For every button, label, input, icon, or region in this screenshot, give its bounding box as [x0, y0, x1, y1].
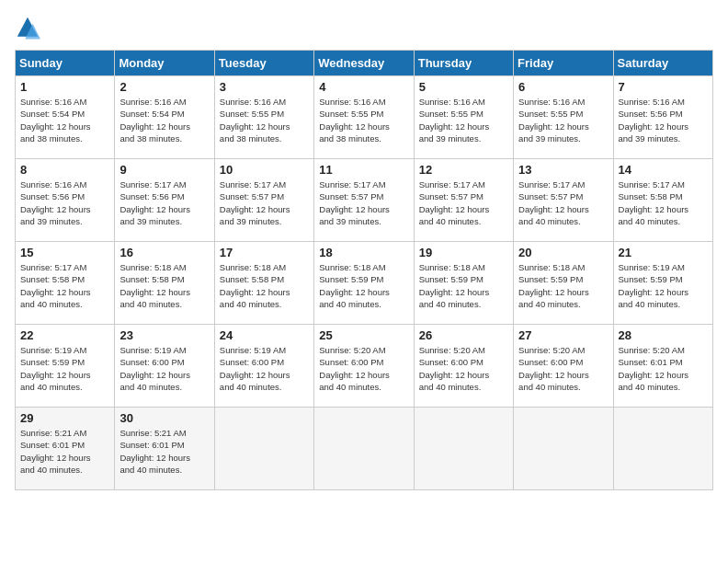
- day-info: Sunrise: 5:19 AMSunset: 6:00 PMDaylight:…: [119, 344, 209, 393]
- day-number: 20: [518, 246, 608, 259]
- day-info: Sunrise: 5:20 AMSunset: 6:00 PMDaylight:…: [518, 344, 608, 393]
- header-day: Wednesday: [314, 51, 414, 76]
- calendar-cell: 30 Sunrise: 5:21 AMSunset: 6:01 PMDaylig…: [115, 408, 214, 490]
- day-info: Sunrise: 5:19 AMSunset: 6:00 PMDaylight:…: [220, 344, 309, 393]
- day-info: Sunrise: 5:16 AMSunset: 5:56 PMDaylight:…: [619, 96, 708, 144]
- logo: [15, 15, 44, 40]
- day-number: 3: [220, 80, 309, 94]
- day-number: 19: [419, 246, 508, 259]
- calendar-cell: 16 Sunrise: 5:18 AMSunset: 5:58 PMDaylig…: [115, 242, 214, 325]
- day-info: Sunrise: 5:16 AMSunset: 5:56 PMDaylight:…: [20, 178, 109, 227]
- calendar-week: 15 Sunrise: 5:17 AMSunset: 5:58 PMDaylig…: [16, 242, 713, 325]
- day-number: 6: [518, 80, 608, 94]
- calendar-cell: 8 Sunrise: 5:16 AMSunset: 5:56 PMDayligh…: [16, 159, 115, 242]
- day-number: 16: [119, 246, 209, 259]
- header-day: Saturday: [613, 51, 712, 76]
- calendar-cell: 27 Sunrise: 5:20 AMSunset: 6:00 PMDaylig…: [514, 325, 613, 408]
- day-number: 30: [119, 411, 209, 425]
- calendar-week: 8 Sunrise: 5:16 AMSunset: 5:56 PMDayligh…: [16, 159, 713, 242]
- day-number: 11: [319, 163, 408, 177]
- calendar-cell: 26 Sunrise: 5:20 AMSunset: 6:00 PMDaylig…: [414, 325, 513, 408]
- calendar-cell: 15 Sunrise: 5:17 AMSunset: 5:58 PMDaylig…: [16, 242, 115, 325]
- day-info: Sunrise: 5:18 AMSunset: 5:58 PMDaylight:…: [119, 261, 209, 310]
- calendar-cell: 19 Sunrise: 5:18 AMSunset: 5:59 PMDaylig…: [414, 242, 513, 325]
- calendar-cell: 22 Sunrise: 5:19 AMSunset: 5:59 PMDaylig…: [16, 325, 115, 408]
- day-number: 24: [220, 328, 309, 342]
- day-number: 2: [119, 80, 209, 94]
- calendar-cell: 4 Sunrise: 5:16 AMSunset: 5:55 PMDayligh…: [314, 76, 414, 159]
- day-info: Sunrise: 5:19 AMSunset: 5:59 PMDaylight:…: [20, 344, 109, 393]
- day-number: 14: [619, 163, 708, 177]
- calendar-cell: 11 Sunrise: 5:17 AMSunset: 5:57 PMDaylig…: [314, 159, 414, 242]
- header-row: SundayMondayTuesdayWednesdayThursdayFrid…: [16, 51, 713, 76]
- calendar-cell: [414, 408, 513, 490]
- day-info: Sunrise: 5:17 AMSunset: 5:57 PMDaylight:…: [220, 178, 309, 227]
- page-header: [15, 15, 713, 40]
- calendar-cell: 12 Sunrise: 5:17 AMSunset: 5:57 PMDaylig…: [414, 159, 513, 242]
- day-info: Sunrise: 5:16 AMSunset: 5:54 PMDaylight:…: [20, 96, 109, 144]
- day-info: Sunrise: 5:16 AMSunset: 5:54 PMDaylight:…: [119, 96, 209, 144]
- calendar-cell: 2 Sunrise: 5:16 AMSunset: 5:54 PMDayligh…: [115, 76, 214, 159]
- calendar-cell: 18 Sunrise: 5:18 AMSunset: 5:59 PMDaylig…: [314, 242, 414, 325]
- day-number: 10: [220, 163, 309, 177]
- calendar-cell: 25 Sunrise: 5:20 AMSunset: 6:00 PMDaylig…: [314, 325, 414, 408]
- day-number: 21: [619, 246, 708, 259]
- day-number: 9: [119, 163, 209, 177]
- calendar-week: 22 Sunrise: 5:19 AMSunset: 5:59 PMDaylig…: [16, 325, 713, 408]
- calendar-cell: 7 Sunrise: 5:16 AMSunset: 5:56 PMDayligh…: [613, 76, 712, 159]
- day-info: Sunrise: 5:17 AMSunset: 5:57 PMDaylight:…: [319, 178, 408, 227]
- header-day: Tuesday: [214, 51, 313, 76]
- calendar-cell: 29 Sunrise: 5:21 AMSunset: 6:01 PMDaylig…: [16, 408, 115, 490]
- header-day: Thursday: [414, 51, 513, 76]
- day-info: Sunrise: 5:17 AMSunset: 5:56 PMDaylight:…: [119, 178, 209, 227]
- day-info: Sunrise: 5:16 AMSunset: 5:55 PMDaylight:…: [319, 96, 408, 144]
- day-number: 5: [419, 80, 508, 94]
- calendar-cell: [613, 408, 712, 490]
- day-number: 4: [319, 80, 408, 94]
- header-day: Friday: [514, 51, 613, 76]
- day-number: 28: [619, 328, 708, 342]
- day-info: Sunrise: 5:17 AMSunset: 5:57 PMDaylight:…: [419, 178, 508, 227]
- calendar-cell: [314, 408, 414, 490]
- day-info: Sunrise: 5:18 AMSunset: 5:59 PMDaylight:…: [419, 261, 508, 310]
- calendar-week: 1 Sunrise: 5:16 AMSunset: 5:54 PMDayligh…: [16, 76, 713, 159]
- day-number: 23: [119, 328, 209, 342]
- day-number: 8: [20, 163, 109, 177]
- calendar-cell: 23 Sunrise: 5:19 AMSunset: 6:00 PMDaylig…: [115, 325, 214, 408]
- logo-icon: [15, 15, 40, 40]
- calendar-cell: 17 Sunrise: 5:18 AMSunset: 5:58 PMDaylig…: [214, 242, 313, 325]
- day-info: Sunrise: 5:18 AMSunset: 5:59 PMDaylight:…: [518, 261, 608, 310]
- day-info: Sunrise: 5:20 AMSunset: 6:00 PMDaylight:…: [319, 344, 408, 393]
- calendar-cell: 28 Sunrise: 5:20 AMSunset: 6:01 PMDaylig…: [613, 325, 712, 408]
- day-info: Sunrise: 5:17 AMSunset: 5:58 PMDaylight:…: [20, 261, 109, 310]
- day-info: Sunrise: 5:16 AMSunset: 5:55 PMDaylight:…: [419, 96, 508, 144]
- day-number: 15: [20, 246, 109, 259]
- day-number: 26: [419, 328, 508, 342]
- header-day: Monday: [115, 51, 214, 76]
- day-number: 17: [220, 246, 309, 259]
- calendar-cell: 6 Sunrise: 5:16 AMSunset: 5:55 PMDayligh…: [514, 76, 613, 159]
- day-number: 18: [319, 246, 408, 259]
- calendar-cell: 14 Sunrise: 5:17 AMSunset: 5:58 PMDaylig…: [613, 159, 712, 242]
- day-number: 12: [419, 163, 508, 177]
- day-number: 1: [20, 80, 109, 94]
- calendar-header: SundayMondayTuesdayWednesdayThursdayFrid…: [16, 51, 713, 76]
- calendar-cell: 1 Sunrise: 5:16 AMSunset: 5:54 PMDayligh…: [16, 76, 115, 159]
- calendar-cell: 10 Sunrise: 5:17 AMSunset: 5:57 PMDaylig…: [214, 159, 313, 242]
- calendar: SundayMondayTuesdayWednesdayThursdayFrid…: [15, 50, 713, 490]
- day-info: Sunrise: 5:20 AMSunset: 6:01 PMDaylight:…: [619, 344, 708, 393]
- day-number: 22: [20, 328, 109, 342]
- day-info: Sunrise: 5:18 AMSunset: 5:58 PMDaylight:…: [220, 261, 309, 310]
- day-info: Sunrise: 5:16 AMSunset: 5:55 PMDaylight:…: [220, 96, 309, 144]
- day-number: 13: [518, 163, 608, 177]
- header-day: Sunday: [16, 51, 115, 76]
- day-number: 25: [319, 328, 408, 342]
- calendar-cell: 24 Sunrise: 5:19 AMSunset: 6:00 PMDaylig…: [214, 325, 313, 408]
- day-info: Sunrise: 5:17 AMSunset: 5:58 PMDaylight:…: [619, 178, 708, 227]
- calendar-cell: 13 Sunrise: 5:17 AMSunset: 5:57 PMDaylig…: [514, 159, 613, 242]
- calendar-body: 1 Sunrise: 5:16 AMSunset: 5:54 PMDayligh…: [16, 76, 713, 490]
- calendar-cell: 20 Sunrise: 5:18 AMSunset: 5:59 PMDaylig…: [514, 242, 613, 325]
- day-info: Sunrise: 5:17 AMSunset: 5:57 PMDaylight:…: [518, 178, 608, 227]
- calendar-cell: 3 Sunrise: 5:16 AMSunset: 5:55 PMDayligh…: [214, 76, 313, 159]
- day-info: Sunrise: 5:21 AMSunset: 6:01 PMDaylight:…: [119, 427, 209, 476]
